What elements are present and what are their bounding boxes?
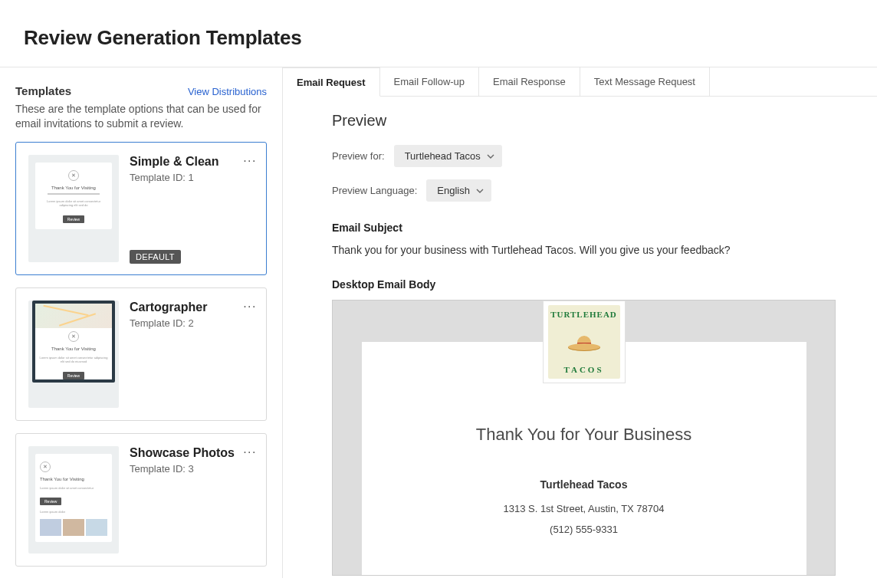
tab-text-message-request[interactable]: Text Message Request [580, 67, 710, 96]
business-logo: TURTLEHEAD TACOS [543, 301, 626, 383]
templates-sidebar: Templates View Distributions These are t… [0, 67, 283, 578]
tab-email-request[interactable]: Email Request [283, 67, 380, 97]
business-address: 1313 S. 1st Street, Austin, TX 78704 [362, 503, 806, 514]
email-preview-frame: TURTLEHEAD TACOS Thank You for Your Busi… [332, 300, 836, 576]
template-id-label: Template ID: 2 [130, 317, 254, 329]
preview-heading: Preview [332, 112, 836, 130]
chevron-down-icon [487, 153, 494, 160]
page-header: Review Generation Templates [0, 0, 877, 67]
template-id-label: Template ID: 3 [130, 463, 254, 475]
sombrero-icon [568, 333, 600, 351]
template-name: Cartographer [130, 301, 254, 314]
business-phone: (512) 555-9331 [362, 524, 806, 535]
template-card-cartographer[interactable]: ✕ Thank You for Visiting Lorem ipsum dol… [15, 287, 267, 421]
template-card-simple-clean[interactable]: ✕ Thank You for Visiting Lorem ipsum dol… [15, 142, 267, 275]
template-id-label: Template ID: 1 [130, 172, 254, 183]
template-menu-icon[interactable]: ··· [243, 301, 257, 313]
preview-for-label: Preview for: [332, 150, 385, 162]
template-name: Simple & Clean [130, 155, 254, 169]
preview-language-value: English [437, 185, 470, 196]
email-headline: Thank You for Your Business [362, 425, 806, 445]
template-menu-icon[interactable]: ··· [243, 446, 257, 458]
page-title: Review Generation Templates [24, 26, 877, 50]
default-badge: DEFAULT [130, 250, 181, 264]
business-name: Turtlehead Tacos [362, 478, 806, 491]
preview-for-value: Turtlehead Tacos [405, 150, 481, 162]
sidebar-description: These are the template options that can … [15, 102, 267, 131]
preview-language-select[interactable]: English [426, 179, 491, 202]
template-name: Showcase Photos [130, 446, 254, 460]
template-menu-icon[interactable]: ··· [243, 155, 257, 167]
tab-bar: Email Request Email Follow-up Email Resp… [283, 67, 877, 97]
email-preview-content: TURTLEHEAD TACOS Thank You for Your Busi… [362, 342, 806, 575]
preview-language-label: Preview Language: [332, 185, 417, 196]
template-card-showcase-photos[interactable]: ✕ Thank You for Visiting Lorem ipsum dol… [15, 433, 267, 567]
email-subject-label: Email Subject [332, 222, 836, 234]
template-thumbnail: ✕ Thank You for Visiting Lorem ipsum dol… [28, 155, 119, 262]
chevron-down-icon [476, 187, 484, 195]
tab-email-response[interactable]: Email Response [479, 67, 580, 96]
tab-email-followup[interactable]: Email Follow-up [380, 67, 479, 96]
preview-for-select[interactable]: Turtlehead Tacos [394, 145, 502, 167]
template-thumbnail: ✕ Thank You for Visiting Lorem ipsum dol… [28, 446, 119, 554]
logo-text-top: TURTLEHEAD [550, 310, 617, 319]
email-subject-text: Thank you for your business with Turtleh… [332, 243, 836, 258]
main-panel: Email Request Email Follow-up Email Resp… [283, 67, 877, 578]
email-body-label: Desktop Email Body [332, 278, 836, 291]
template-thumbnail: ✕ Thank You for Visiting Lorem ipsum dol… [28, 301, 119, 408]
view-distributions-link[interactable]: View Distributions [188, 86, 267, 97]
logo-text-bottom: TACOS [563, 365, 603, 374]
sidebar-title: Templates [15, 84, 71, 97]
